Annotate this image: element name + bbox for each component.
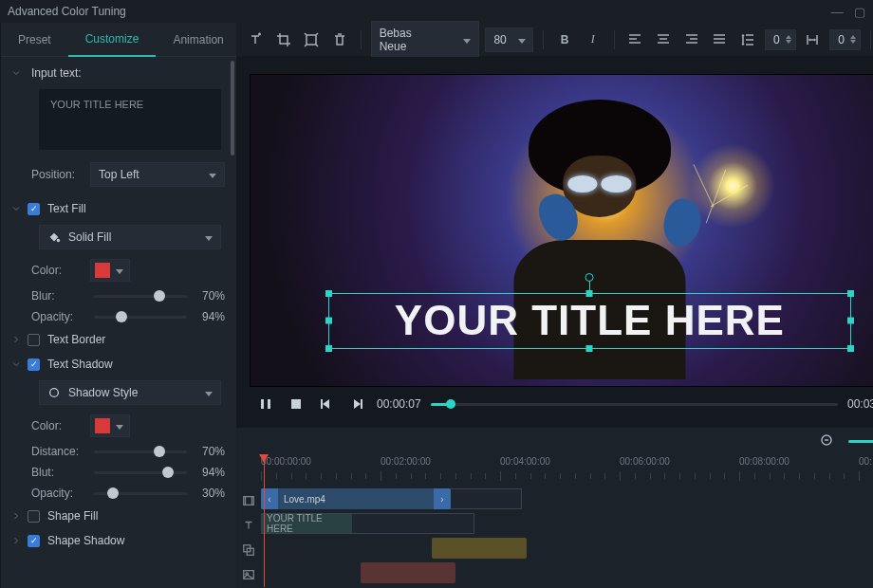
resize-handle-tr[interactable] [847, 290, 854, 297]
text-border-checkbox[interactable] [28, 334, 40, 346]
duration-time: 00:03:07 [847, 397, 873, 411]
crop-icon[interactable] [272, 28, 295, 51]
zoom-slider[interactable] [848, 440, 873, 443]
position-select[interactable]: Top Left [90, 162, 225, 187]
stepper-down-icon[interactable] [786, 40, 791, 44]
overlay-track-icon[interactable] [236, 538, 261, 562]
resize-handle-ml[interactable] [325, 318, 332, 324]
text-shadow-opacity-slider[interactable] [94, 492, 187, 495]
image-track-icon[interactable] [236, 562, 261, 587]
spacing-value-1[interactable]: 0 [765, 29, 796, 50]
playhead[interactable] [264, 454, 265, 587]
font-select[interactable]: Bebas Neue [371, 21, 480, 59]
window-title: Advanced Color Tuning [8, 5, 126, 18]
resize-handle-bm[interactable] [586, 345, 593, 352]
clip-video[interactable]: ‹ Love.mp4 › [261, 488, 451, 509]
progress-thumb[interactable] [446, 399, 455, 409]
transform-icon[interactable] [300, 28, 323, 51]
shape-shadow-checkbox[interactable] [28, 535, 40, 547]
section-text-border-header[interactable]: Text Border [1, 327, 236, 352]
stepper-up-icon[interactable] [850, 35, 856, 39]
preview-canvas[interactable]: YOUR TITLE HERE [250, 74, 873, 387]
text-shadow-distance-slider[interactable] [94, 450, 187, 453]
font-size-select[interactable]: 80 [485, 28, 533, 52]
timeline-panel: 00:00:00:0000:02:00:0000:04:00:0000:06:0… [236, 427, 873, 588]
text-shadow-color-row: Color: [1, 411, 236, 441]
stepper-down-icon[interactable] [850, 40, 856, 44]
minimize-icon[interactable]: — [831, 5, 844, 19]
clip-overlay[interactable] [432, 538, 527, 559]
text-fill-checkbox[interactable] [28, 203, 40, 215]
align-justify-icon[interactable] [709, 28, 732, 51]
color-label: Color: [31, 419, 84, 432]
title-bounding-box[interactable]: YOUR TITLE HERE [328, 293, 851, 349]
text-shadow-checkbox[interactable] [28, 358, 40, 371]
letter-spacing-icon[interactable] [802, 28, 825, 51]
customize-scroll[interactable]: Input text: Position: Top Left Text Fill [1, 57, 236, 588]
section-text-shadow-header[interactable]: Text Shadow [1, 352, 236, 377]
chevron-down-icon [205, 386, 213, 399]
section-text-fill-header[interactable]: Text Fill [1, 196, 236, 221]
progress-bar[interactable] [431, 403, 838, 406]
section-shape-fill-header[interactable]: Shape Fill [1, 504, 236, 528]
section-input-text-header[interactable]: Input text: [1, 61, 236, 85]
zoom-out-icon[interactable] [816, 430, 839, 452]
input-text-field[interactable] [39, 89, 221, 150]
maximize-icon[interactable]: ▢ [854, 5, 865, 19]
resize-handle-tl[interactable] [325, 290, 332, 297]
resize-handle-tm[interactable] [586, 290, 593, 297]
tab-animation[interactable]: Animation [156, 23, 240, 57]
add-text-icon[interactable] [244, 28, 267, 51]
line-spacing-icon[interactable] [736, 28, 759, 51]
fill-type-select[interactable]: Solid Fill [39, 225, 221, 249]
scrollbar-thumb[interactable] [231, 61, 234, 156]
chevron-down-icon [10, 203, 22, 214]
chevron-right-icon [10, 334, 22, 345]
timeline-main[interactable]: 00:00:00:0000:02:00:0000:04:00:0000:06:0… [261, 454, 873, 588]
shape-fill-checkbox[interactable] [28, 510, 40, 523]
resize-handle-bl[interactable] [325, 345, 332, 352]
text-fill-color-swatch[interactable] [90, 259, 130, 282]
text-track-icon[interactable] [236, 513, 261, 538]
chevron-down-icon [10, 358, 22, 370]
spacing-value-2[interactable]: 0 [829, 29, 861, 50]
prev-frame-icon[interactable] [316, 394, 337, 414]
clip-image[interactable] [361, 562, 455, 583]
bold-icon[interactable]: B [553, 28, 576, 51]
text-shadow-color-swatch[interactable] [90, 414, 130, 437]
align-right-icon[interactable] [680, 28, 703, 51]
paint-bucket-icon [47, 230, 61, 244]
title-text-overlay[interactable]: YOUR TITLE HERE [395, 297, 785, 344]
resize-handle-br[interactable] [847, 345, 854, 352]
align-left-icon[interactable] [624, 28, 647, 51]
text-toolbar: Bebas Neue 80 B I 0 0 [236, 23, 873, 57]
pause-icon[interactable] [255, 394, 276, 414]
tab-preset[interactable]: Preset [1, 23, 68, 57]
svg-rect-6 [261, 399, 264, 409]
clip-trim-right[interactable]: › [434, 488, 451, 509]
shadow-style-select[interactable]: Shadow Style [39, 380, 221, 405]
rotate-handle[interactable] [585, 273, 594, 282]
track-type-icons [236, 454, 261, 588]
delete-icon[interactable] [328, 28, 351, 51]
right-panel: Bebas Neue 80 B I 0 0 [236, 23, 873, 588]
timeline-tools [236, 428, 873, 454]
chevron-down-icon [10, 67, 22, 79]
playback-bar: 00:00:07 00:03:07 [250, 387, 873, 421]
resize-handle-mr[interactable] [847, 318, 854, 324]
section-shape-shadow-header[interactable]: Shape Shadow [1, 528, 236, 553]
video-track-icon[interactable] [236, 488, 261, 513]
timeline-ruler[interactable]: 00:00:00:0000:02:00:0000:04:00:0000:06:0… [261, 454, 873, 488]
section-text-shadow-label: Text Shadow [47, 358, 113, 371]
tab-customize[interactable]: Customize [68, 23, 157, 57]
align-center-icon[interactable] [652, 28, 675, 51]
text-fill-blur-row: Blur: 70% [1, 285, 236, 306]
svg-rect-9 [321, 399, 323, 409]
stop-icon[interactable] [286, 394, 306, 414]
text-fill-blur-slider[interactable] [94, 295, 187, 298]
text-shadow-blur-slider[interactable] [94, 471, 187, 474]
stepper-up-icon[interactable] [786, 35, 791, 39]
italic-icon[interactable]: I [582, 28, 604, 51]
text-fill-opacity-slider[interactable] [94, 316, 187, 319]
next-frame-icon[interactable] [346, 394, 367, 414]
